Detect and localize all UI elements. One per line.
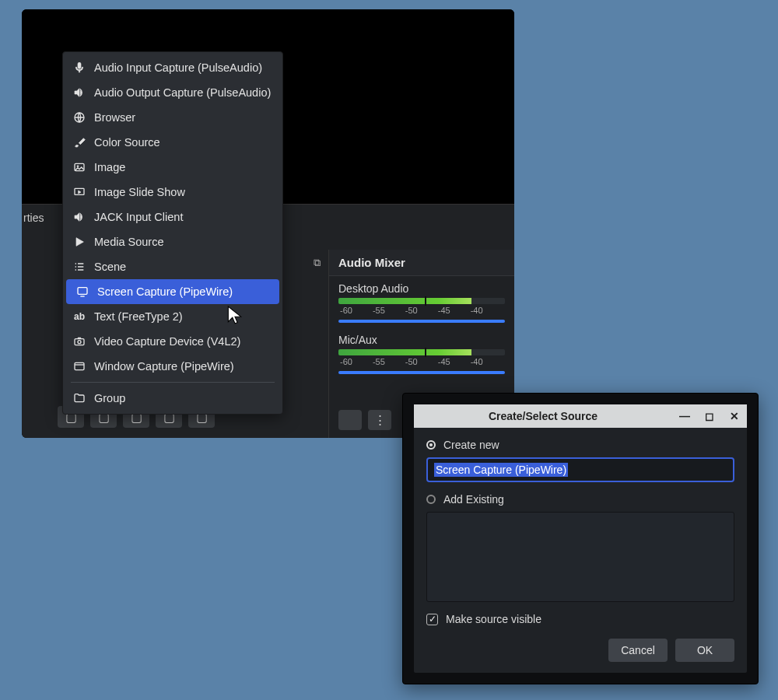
make-visible-row[interactable]: ✓ Make source visible [426,613,734,625]
mixer-more-button[interactable]: ⋮ [368,410,391,430]
db-ticks: -60 -55 -50 -45 -40 [338,357,505,366]
source-name-value: Screen Capture (PipeWire) [434,463,568,477]
mixer-toolbar: ⋮ [338,410,391,430]
menu-item-label: Video Capture Device (V4L2) [94,335,240,348]
dock-title-fragment: rties [22,212,44,224]
menu-item-label: Text (FreeType 2) [94,310,183,323]
db-tick: -40 [471,306,483,315]
volume-meter [338,349,505,355]
menu-item-text[interactable]: ab Text (FreeType 2) [63,304,282,329]
menu-item-browser[interactable]: Browser [63,105,282,130]
db-tick: -55 [373,306,385,315]
volume-slider[interactable] [338,371,505,374]
db-tick: -55 [373,357,385,366]
menu-item-audio-input[interactable]: Audio Input Capture (PulseAudio) [63,55,282,80]
svg-point-6 [78,341,81,344]
menu-item-label: Group [94,392,125,404]
db-tick: -40 [471,357,483,366]
minimize-icon: — [679,410,690,422]
db-tick: -45 [438,357,450,366]
speaker-icon [72,86,86,100]
add-existing-radio-row[interactable]: Add Existing [426,493,734,506]
window-close-button[interactable]: ✕ [722,404,747,428]
svg-rect-5 [75,339,84,345]
menu-item-label: Color Source [94,136,160,149]
db-tick: -60 [340,306,352,315]
checkbox-icon: ✓ [426,614,438,625]
menu-item-label: Window Capture (PipeWire) [94,360,234,373]
menu-item-jack[interactable]: JACK Input Client [63,205,282,229]
window-minimize-button[interactable]: — [672,404,697,428]
db-ticks: -60 -55 -50 -45 -40 [338,306,505,315]
svg-rect-4 [78,288,87,295]
mixer-channel-name: Desktop Audio [338,282,505,295]
existing-sources-list[interactable] [426,512,734,602]
menu-item-label: Image [94,161,125,173]
dialog-titlebar[interactable]: Create/Select Source — ◻ ✕ [414,404,747,428]
menu-separator [71,382,275,383]
menu-item-audio-output[interactable]: Audio Output Capture (PulseAudio) [63,80,282,105]
menu-item-label: JACK Input Client [94,211,183,223]
menu-item-group[interactable]: Group [63,386,282,411]
camera-icon [72,334,86,348]
maximize-icon: ◻ [705,410,714,422]
kebab-icon: ⋮ [374,413,386,427]
add-source-menu: Audio Input Capture (PulseAudio) Audio O… [62,51,283,415]
menu-item-color-source[interactable]: Color Source [63,130,282,155]
db-tick: -45 [438,306,450,315]
mixer-settings-button[interactable] [338,410,362,430]
monitor-icon [75,285,89,299]
menu-item-label: Media Source [94,236,163,248]
dialog-title: Create/Select Source [414,410,672,422]
db-tick: -60 [340,357,352,366]
add-existing-label: Add Existing [443,493,504,506]
menu-item-label: Scene [94,261,126,273]
audio-mixer-title: Audio Mixer [329,250,514,276]
source-name-input[interactable]: Screen Capture (PipeWire) [426,457,734,482]
db-tick: -50 [405,306,418,315]
radio-icon [426,495,436,504]
play-icon [72,235,86,249]
obs-window: rties ▢ ▢ ▢ ▢ ▢ ⧉ Audio Mixer Desktop Au… [22,9,514,438]
menu-item-video-capture[interactable]: Video Capture Device (V4L2) [63,329,282,354]
window-icon [72,359,86,373]
menu-item-scene[interactable]: Scene [63,254,282,279]
speaker-icon [72,210,86,224]
image-icon [72,160,86,174]
mixer-channel: Mic/Aux -60 -55 -50 -45 -40 [329,327,514,379]
menu-item-label: Audio Output Capture (PulseAudio) [94,86,271,99]
mic-icon [72,61,86,75]
menu-item-label: Image Slide Show [94,186,185,198]
make-visible-label: Make source visible [446,613,541,625]
popout-icon[interactable]: ⧉ [314,257,326,269]
menu-item-label: Screen Capture (PipeWire) [97,285,233,298]
radio-icon [426,440,436,450]
svg-point-2 [77,166,79,167]
volume-slider[interactable] [338,320,505,323]
create-new-radio-row[interactable]: Create new [426,439,734,451]
menu-item-slideshow[interactable]: Image Slide Show [63,180,282,205]
scene-icon [72,260,86,274]
menu-item-label: Audio Input Capture (PulseAudio) [94,61,262,74]
ok-button[interactable]: OK [675,639,734,662]
slideshow-icon [72,185,86,199]
cancel-button[interactable]: Cancel [608,639,668,662]
menu-item-image[interactable]: Image [63,155,282,180]
menu-item-media-source[interactable]: Media Source [63,229,282,254]
menu-item-label: Browser [94,111,135,124]
svg-rect-7 [75,362,84,369]
mixer-channel-name: Mic/Aux [338,334,505,346]
mixer-channel: Desktop Audio -60 -55 -50 -45 -40 [329,276,514,327]
menu-item-screen-capture[interactable]: Screen Capture (PipeWire) [66,279,279,304]
db-tick: -50 [405,357,418,366]
window-maximize-button[interactable]: ◻ [697,404,722,428]
create-new-label: Create new [443,439,499,451]
volume-meter [338,298,505,304]
text-icon: ab [72,310,86,324]
close-icon: ✕ [730,410,739,422]
brush-icon [72,135,86,149]
menu-item-window-capture[interactable]: Window Capture (PipeWire) [63,354,282,379]
globe-icon [72,110,86,124]
create-source-dialog: Create/Select Source — ◻ ✕ Create new Sc… [402,393,759,684]
folder-icon [72,391,86,405]
